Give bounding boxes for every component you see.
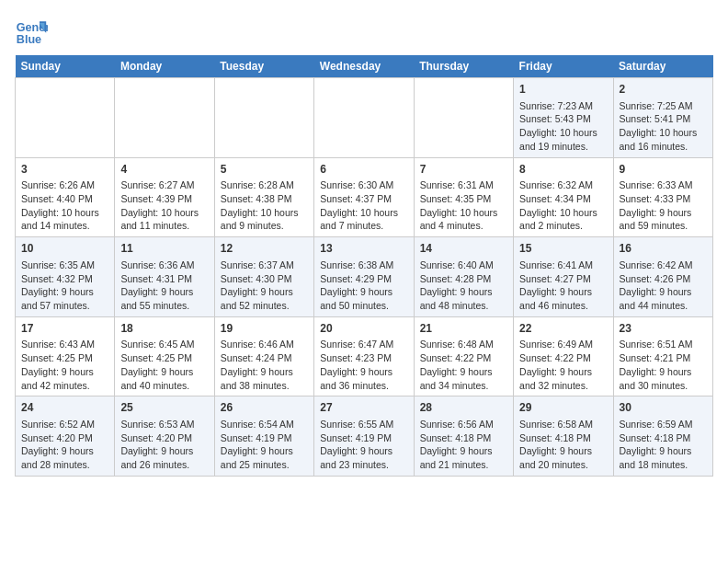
calendar-cell: 26Sunrise: 6:54 AMSunset: 4:19 PMDayligh… bbox=[214, 396, 313, 477]
day-number: 19 bbox=[221, 321, 308, 337]
day-info: Daylight: 9 hours and 20 minutes. bbox=[519, 444, 607, 471]
col-header-wednesday: Wednesday bbox=[314, 55, 414, 78]
day-info: Sunrise: 7:23 AM bbox=[519, 99, 607, 113]
day-info: Sunrise: 6:37 AM bbox=[221, 259, 308, 272]
day-info: Sunset: 4:19 PM bbox=[320, 431, 407, 445]
day-number: 20 bbox=[320, 321, 407, 337]
day-info: Daylight: 10 hours and 19 minutes. bbox=[519, 126, 607, 153]
day-info: Daylight: 9 hours and 25 minutes. bbox=[221, 444, 308, 471]
day-info: Sunset: 4:34 PM bbox=[519, 192, 607, 206]
day-info: Daylight: 9 hours and 34 minutes. bbox=[420, 365, 507, 392]
day-info: Sunset: 4:33 PM bbox=[620, 192, 707, 206]
calendar-cell: 16Sunrise: 6:42 AMSunset: 4:26 PMDayligh… bbox=[613, 237, 712, 317]
day-info: Sunrise: 6:56 AM bbox=[420, 418, 507, 431]
day-info: Daylight: 9 hours and 44 minutes. bbox=[620, 285, 707, 312]
day-info: Sunset: 4:18 PM bbox=[620, 431, 707, 445]
day-info: Sunset: 4:22 PM bbox=[420, 351, 507, 365]
calendar-week-2: 3Sunrise: 6:26 AMSunset: 4:40 PMDaylight… bbox=[16, 157, 713, 237]
day-number: 8 bbox=[519, 162, 607, 178]
day-info: Sunset: 4:19 PM bbox=[221, 431, 308, 445]
calendar-cell: 12Sunrise: 6:37 AMSunset: 4:30 PMDayligh… bbox=[214, 237, 313, 317]
day-info: Daylight: 9 hours and 52 minutes. bbox=[221, 285, 308, 312]
day-info: Sunset: 4:18 PM bbox=[519, 431, 607, 445]
calendar-cell: 14Sunrise: 6:40 AMSunset: 4:28 PMDayligh… bbox=[414, 237, 513, 317]
day-number: 17 bbox=[21, 321, 108, 337]
calendar-cell bbox=[314, 78, 414, 158]
day-info: Sunset: 4:27 PM bbox=[519, 272, 607, 286]
day-info: Sunset: 4:20 PM bbox=[120, 431, 208, 445]
svg-text:Blue: Blue bbox=[17, 33, 41, 46]
calendar-cell bbox=[214, 78, 313, 158]
calendar-cell: 2Sunrise: 7:25 AMSunset: 5:41 PMDaylight… bbox=[613, 78, 712, 158]
day-number: 5 bbox=[221, 162, 308, 178]
day-info: Sunrise: 6:27 AM bbox=[120, 178, 208, 192]
day-info: Daylight: 10 hours and 7 minutes. bbox=[320, 206, 407, 233]
day-number: 27 bbox=[320, 400, 407, 416]
day-info: Sunrise: 6:31 AM bbox=[420, 178, 507, 192]
calendar-cell: 19Sunrise: 6:46 AMSunset: 4:24 PMDayligh… bbox=[214, 316, 313, 396]
calendar-cell: 17Sunrise: 6:43 AMSunset: 4:25 PMDayligh… bbox=[16, 316, 115, 396]
day-number: 25 bbox=[120, 400, 208, 416]
day-info: Sunset: 4:18 PM bbox=[420, 431, 507, 445]
calendar-week-3: 10Sunrise: 6:35 AMSunset: 4:32 PMDayligh… bbox=[16, 237, 713, 317]
day-info: Sunset: 4:25 PM bbox=[21, 351, 108, 365]
day-number: 24 bbox=[21, 400, 108, 416]
day-number: 18 bbox=[120, 321, 208, 337]
day-number: 13 bbox=[320, 241, 407, 257]
col-header-saturday: Saturday bbox=[613, 55, 712, 78]
day-info: Daylight: 10 hours and 2 minutes. bbox=[519, 206, 607, 233]
day-info: Daylight: 9 hours and 38 minutes. bbox=[221, 365, 308, 392]
col-header-thursday: Thursday bbox=[414, 55, 513, 78]
day-info: Daylight: 9 hours and 48 minutes. bbox=[420, 285, 507, 312]
col-header-sunday: Sunday bbox=[16, 55, 115, 78]
day-number: 26 bbox=[221, 400, 308, 416]
calendar-cell: 1Sunrise: 7:23 AMSunset: 5:43 PMDaylight… bbox=[514, 78, 613, 158]
day-number: 2 bbox=[620, 82, 707, 98]
day-info: Sunset: 4:25 PM bbox=[120, 351, 208, 365]
day-info: Sunrise: 6:43 AM bbox=[21, 338, 108, 351]
day-info: Sunset: 4:28 PM bbox=[420, 272, 507, 286]
day-info: Sunrise: 6:42 AM bbox=[620, 259, 707, 272]
day-number: 11 bbox=[120, 241, 208, 257]
calendar-cell bbox=[16, 78, 115, 158]
day-info: Sunrise: 6:35 AM bbox=[21, 259, 108, 272]
day-info: Daylight: 9 hours and 18 minutes. bbox=[620, 444, 707, 471]
calendar-cell: 18Sunrise: 6:45 AMSunset: 4:25 PMDayligh… bbox=[115, 316, 214, 396]
calendar-cell: 11Sunrise: 6:36 AMSunset: 4:31 PMDayligh… bbox=[115, 237, 214, 317]
day-info: Sunrise: 6:41 AM bbox=[519, 259, 607, 272]
day-info: Sunset: 4:29 PM bbox=[320, 272, 407, 286]
day-info: Daylight: 9 hours and 28 minutes. bbox=[21, 444, 108, 471]
calendar-table: SundayMondayTuesdayWednesdayThursdayFrid… bbox=[15, 55, 713, 477]
day-number: 30 bbox=[620, 400, 707, 416]
day-info: Sunrise: 6:45 AM bbox=[120, 338, 208, 351]
day-number: 22 bbox=[519, 321, 607, 337]
day-info: Sunset: 5:43 PM bbox=[519, 112, 607, 126]
day-info: Sunrise: 6:26 AM bbox=[21, 178, 108, 192]
calendar-cell: 27Sunrise: 6:55 AMSunset: 4:19 PMDayligh… bbox=[314, 396, 414, 477]
calendar-cell: 21Sunrise: 6:48 AMSunset: 4:22 PMDayligh… bbox=[414, 316, 513, 396]
day-info: Daylight: 10 hours and 14 minutes. bbox=[21, 206, 108, 233]
day-info: Sunset: 4:21 PM bbox=[620, 351, 707, 365]
calendar-cell: 23Sunrise: 6:51 AMSunset: 4:21 PMDayligh… bbox=[613, 316, 712, 396]
day-info: Sunrise: 6:51 AM bbox=[620, 338, 707, 351]
day-info: Sunset: 4:23 PM bbox=[320, 351, 407, 365]
calendar-cell bbox=[414, 78, 513, 158]
day-info: Daylight: 9 hours and 32 minutes. bbox=[519, 365, 607, 392]
calendar-cell: 25Sunrise: 6:53 AMSunset: 4:20 PMDayligh… bbox=[115, 396, 214, 477]
calendar-cell: 3Sunrise: 6:26 AMSunset: 4:40 PMDaylight… bbox=[16, 157, 115, 237]
col-header-friday: Friday bbox=[514, 55, 613, 78]
calendar-cell: 15Sunrise: 6:41 AMSunset: 4:27 PMDayligh… bbox=[514, 237, 613, 317]
calendar-cell: 28Sunrise: 6:56 AMSunset: 4:18 PMDayligh… bbox=[414, 396, 513, 477]
day-number: 29 bbox=[519, 400, 607, 416]
day-info: Daylight: 10 hours and 11 minutes. bbox=[120, 206, 208, 233]
day-info: Sunset: 4:37 PM bbox=[320, 192, 407, 206]
day-info: Sunrise: 6:54 AM bbox=[221, 418, 308, 431]
col-header-tuesday: Tuesday bbox=[214, 55, 313, 78]
day-info: Daylight: 9 hours and 36 minutes. bbox=[320, 365, 407, 392]
day-info: Sunrise: 6:55 AM bbox=[320, 418, 407, 431]
calendar-cell: 8Sunrise: 6:32 AMSunset: 4:34 PMDaylight… bbox=[514, 157, 613, 237]
day-info: Daylight: 9 hours and 40 minutes. bbox=[120, 365, 208, 392]
day-info: Daylight: 9 hours and 30 minutes. bbox=[620, 365, 707, 392]
day-number: 9 bbox=[620, 162, 707, 178]
day-info: Sunrise: 6:48 AM bbox=[420, 338, 507, 351]
